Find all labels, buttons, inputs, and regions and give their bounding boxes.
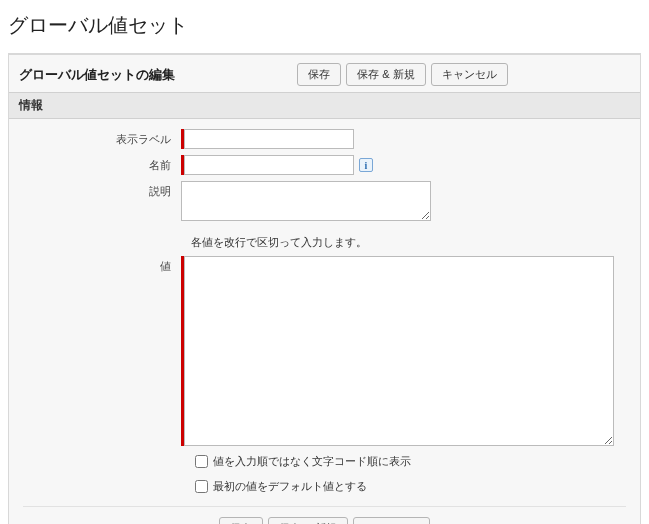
cancel-button[interactable]: キャンセル (431, 63, 508, 86)
row-display-label: 表示ラベル (23, 129, 626, 149)
row-description: 説明 (23, 181, 626, 221)
first-default-label: 最初の値をデフォルト値とする (213, 479, 367, 494)
cancel-button[interactable]: キャンセル (353, 517, 430, 524)
section-info-header: 情報 (9, 92, 640, 119)
row-values: 値 (23, 256, 626, 446)
label-display-label: 表示ラベル (23, 129, 181, 147)
save-and-new-button[interactable]: 保存 & 新規 (346, 63, 425, 86)
label-name: 名前 (23, 155, 181, 173)
display-label-input[interactable] (184, 129, 354, 149)
bottom-button-bar: 保存 保存 & 新規 キャンセル (23, 506, 626, 524)
page-title: グローバル値セット (0, 0, 649, 53)
label-values: 値 (23, 256, 181, 274)
info-icon[interactable]: i (359, 158, 373, 172)
save-button[interactable]: 保存 (297, 63, 341, 86)
name-input[interactable] (184, 155, 354, 175)
save-button[interactable]: 保存 (219, 517, 263, 524)
save-and-new-button[interactable]: 保存 & 新規 (268, 517, 347, 524)
form-body: 表示ラベル 名前 i 説明 各値を改行で区切って入力します。 値 (9, 119, 640, 524)
first-default-checkbox[interactable] (195, 480, 208, 493)
edit-panel: グローバル値セットの編集 保存 保存 & 新規 キャンセル 情報 表示ラベル 名… (8, 53, 641, 524)
panel-title: グローバル値セットの編集 (19, 66, 175, 84)
sort-alpha-label: 値を入力順ではなく文字コード順に表示 (213, 454, 411, 469)
row-name: 名前 i (23, 155, 626, 175)
label-description: 説明 (23, 181, 181, 199)
row-sort-alpha: 値を入力順ではなく文字コード順に表示 (191, 452, 626, 471)
panel-header: グローバル値セットの編集 保存 保存 & 新規 キャンセル (9, 55, 640, 92)
top-button-bar: 保存 保存 & 新規 キャンセル (175, 63, 630, 86)
row-first-default: 最初の値をデフォルト値とする (191, 477, 626, 496)
values-input[interactable] (184, 256, 614, 446)
description-input[interactable] (181, 181, 431, 221)
values-hint: 各値を改行で区切って入力します。 (191, 235, 626, 250)
sort-alpha-checkbox[interactable] (195, 455, 208, 468)
